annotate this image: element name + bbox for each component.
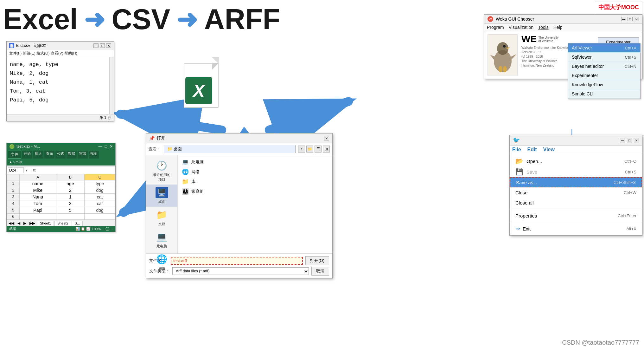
view-detail-icon[interactable]: ⊞ [323,146,330,153]
arff-save-as[interactable]: Save as... Ctrl+Shift+S [510,177,642,187]
formula-dropdown-arrow[interactable]: ▼ [25,169,28,172]
sidebar-docs[interactable]: 📁 文档 [146,207,177,229]
excel-zoom-bar[interactable]: —◯— [102,227,113,231]
maximize-btn[interactable]: □ [100,43,105,48]
arff-menu-edit[interactable]: Edit [527,147,537,153]
cancel-btn[interactable]: 取消 [311,267,329,276]
close-btn[interactable]: ✕ [106,43,111,48]
ribbon-file[interactable]: 文件 [8,151,21,159]
arff-properties[interactable]: Properties Ctrl+Enter [510,211,642,221]
location-path[interactable]: 📁 桌面 [164,145,296,153]
cell-a3[interactable]: Nana [20,194,56,200]
cell-b1[interactable]: age [56,180,85,187]
weka-menu-visualization[interactable]: Visualization [509,25,533,30]
open-btn[interactable]: 打开(O) [305,256,329,265]
dialog-body: 🕐 最近使用的项目 🖥️ 桌面 📁 文档 💻 此电脑 🌐 网络 [146,155,332,253]
arff-exit[interactable]: ⇒ Exit Alt+X [510,224,642,234]
dialog-close-btn[interactable]: ✕ [324,136,329,140]
ribbon-misc: ● ○ ⊙ ⊕ [8,159,24,165]
weka-menu-tools[interactable]: Tools [538,25,549,30]
weka-bayes-editor[interactable]: Bayes net editor Ctrl+N [568,62,640,71]
new-folder-icon[interactable]: 📁 [306,146,313,153]
arff-max-btn[interactable]: □ [627,138,632,142]
folder-item-library[interactable]: 📁 库 [180,177,330,186]
row-num-5: 5 [7,207,20,214]
sidebar-recent[interactable]: 🕐 最近使用的项目 [146,158,177,185]
nav-up-icon[interactable]: ↑ [298,146,305,153]
minimize-btn[interactable]: — [93,43,99,48]
cell-a6[interactable] [20,214,56,220]
nav-left[interactable]: ◀◀ [7,221,16,226]
nav-next[interactable]: ▶ [22,221,28,226]
cell-c1[interactable]: type [85,180,115,187]
csv-label: CSV [112,3,170,36]
ribbon-layout[interactable]: 页面 [44,151,54,159]
filetype-select[interactable]: Arff data files (*.arff) [172,267,309,275]
arff-menu-file[interactable]: File [512,147,521,153]
cell-a4[interactable]: Tom [20,200,56,207]
folder-item-network[interactable]: 🌐 网络 [180,167,330,176]
ribbon-formulas[interactable]: 公式 [55,151,66,159]
cell-b2[interactable]: 2 [56,187,85,194]
view-list-icon[interactable]: ☰ [315,146,322,153]
weka-min-btn[interactable]: — [621,17,626,21]
cell-b5[interactable]: 5 [56,207,85,214]
weka-sql-viewer[interactable]: SqlViewer Ctrl+S [568,53,640,62]
csv-window-controls[interactable]: — □ ✕ [93,43,111,48]
excel-close-btn[interactable]: ✕ [110,144,113,149]
weka-experimenter[interactable]: Experimenter [568,71,640,80]
nav-prev[interactable]: ◀ [16,221,22,226]
csv-menu[interactable]: 文件(F) 编辑(E) 格式(O) 查看(V) 帮助(H) [9,51,77,55]
weka-simple-cli[interactable]: Simple CLI [568,89,640,99]
ribbon-data[interactable]: 数据 [67,151,77,159]
csv-menubar: 文件(F) 编辑(E) 格式(O) 查看(V) 帮助(H) [7,50,114,57]
sidebar-desktop[interactable]: 🖥️ 桌面 [146,185,177,207]
cell-c4[interactable]: cat [85,200,115,207]
ribbon-insert[interactable]: 插入 [33,151,43,159]
cell-a5[interactable]: Papi [20,207,56,214]
weka-close-btn[interactable]: ✕ [634,17,639,21]
arff-window-controls[interactable]: — □ ✕ [620,138,639,142]
cell-c3[interactable]: cat [85,194,115,200]
arff-close-all[interactable]: Close all [510,198,642,208]
tab-sheet1[interactable]: Sheet1 [37,221,54,226]
arff-close[interactable]: Close Ctrl+W [510,187,642,198]
table-row: 5 Papi 5 dog [7,207,115,214]
nav-end[interactable]: ▶▶ [28,221,36,226]
ribbon-review[interactable]: 审阅 [78,151,88,159]
tab-sheet3[interactable]: S... [72,221,83,226]
excel-min-btn[interactable]: — [99,144,102,149]
ribbon-home[interactable]: 开始 [22,151,32,159]
cell-a1[interactable]: name [20,180,56,187]
cell-c2[interactable]: dog [85,187,115,194]
weka-max-btn[interactable]: □ [628,17,633,21]
cell-c6[interactable] [85,214,115,220]
weka-menu-help[interactable]: Help [553,25,563,30]
filename-input[interactable] [171,257,303,265]
cell-b3[interactable]: 1 [56,194,85,200]
folder-item-computer[interactable]: 💻 此电脑 [180,158,330,166]
weka-knowledge-flow[interactable]: KnowledgeFlow [568,80,640,89]
csv-scrollbar[interactable] [109,57,114,114]
folder-item-homegroup[interactable]: 👨‍👩‍👧 家庭组 [180,187,330,196]
cell-b6[interactable] [56,214,85,220]
tab-sheet2[interactable]: Sheet2 [54,221,71,226]
dialog-window-controls[interactable]: ✕ [324,136,329,140]
formula-input[interactable] [37,168,114,172]
ribbon-view[interactable]: 视图 [89,151,99,159]
weka-menu-program[interactable]: Program [487,25,504,30]
arff-min-btn[interactable]: — [620,138,625,142]
cell-a2[interactable]: Mike [20,187,56,194]
arff-menu-view[interactable]: View [543,147,555,153]
excel-max-btn[interactable]: □ [105,144,107,149]
cell-ref-input[interactable] [8,167,24,173]
arff-close-btn[interactable]: ✕ [634,138,639,142]
sidebar-computer[interactable]: 💻 此电脑 [146,229,177,251]
arff-save[interactable]: 💾 Save Ctrl+S [510,166,642,177]
cell-b4[interactable]: 3 [56,200,85,207]
recent-icon: 🕐 [156,160,168,171]
arff-open[interactable]: 📂 Open... Ctrl+O [510,156,642,166]
weka-window-controls[interactable]: — □ ✕ [621,17,639,21]
weka-arff-viewer[interactable]: ArffViewer Ctrl+A [568,43,640,53]
cell-c5[interactable]: dog [85,207,115,214]
